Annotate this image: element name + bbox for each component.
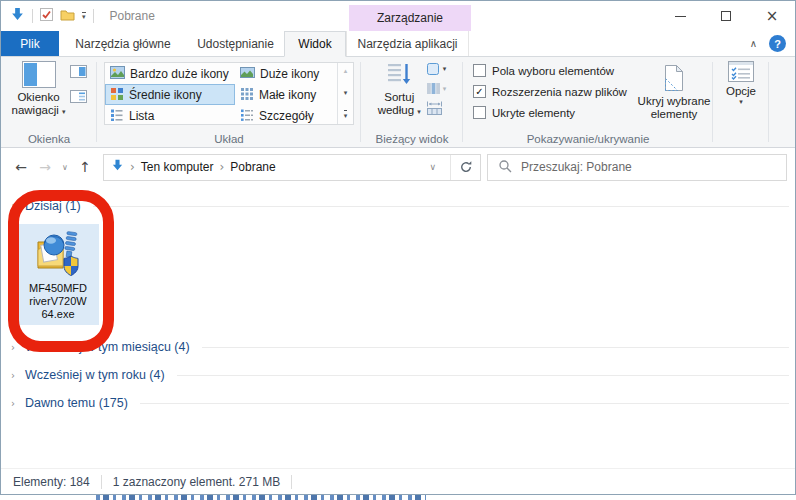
layout-gallery: Bardzo duże ikony Duże ikony Średnie iko…	[104, 62, 354, 125]
group-divider	[93, 206, 789, 207]
recent-locations-caret-icon[interactable]: ∨	[57, 163, 73, 172]
properties-icon[interactable]	[40, 8, 53, 24]
add-columns-button[interactable]: ▾	[426, 82, 447, 95]
forward-button[interactable]: →	[33, 159, 57, 175]
checkbox-unchecked[interactable]	[473, 106, 486, 119]
tab-view-active[interactable]: Widok	[284, 31, 346, 57]
options-label: Opcje	[726, 85, 756, 98]
gallery-more-icon[interactable]: ▾	[344, 110, 348, 120]
tab-share[interactable]: Udostępnianie	[187, 31, 284, 56]
pane-small-buttons	[70, 65, 87, 130]
maximize-button[interactable]	[703, 1, 749, 31]
explorer-window: ▾ Pobrane Zarządzanie × Plik Narzędzia g…	[0, 0, 796, 495]
checkbox-checked[interactable]: ✓	[473, 85, 486, 98]
new-folder-icon[interactable]	[60, 9, 75, 24]
date-group-header-earlier-this-year[interactable]: › Wcześniej w tym roku (4)	[1, 361, 795, 389]
dropdown-caret-icon: ▾	[739, 98, 743, 106]
details-pane-icon[interactable]	[70, 90, 87, 106]
current-view-small-buttons: ▾ ▾	[426, 62, 447, 130]
group-label-panes: Okienka	[1, 133, 97, 145]
checkbox-item-hidden-items[interactable]: Ukryte elementy	[473, 106, 627, 119]
navigation-pane-label-line1: Okienko	[17, 91, 59, 104]
group-collapse-chevron-icon[interactable]: ›	[11, 370, 23, 381]
ribbon-group-layout: Bardzo duże ikony Duże ikony Średnie iko…	[97, 57, 361, 147]
group-label[interactable]: Wcześniej w tym roku (4)	[25, 368, 165, 382]
search-input[interactable]: Przeszukaj: Pobrane	[487, 154, 787, 181]
checkbox-unchecked[interactable]	[473, 64, 486, 77]
downloads-icon	[10, 7, 25, 25]
sort-by-icon	[386, 61, 412, 91]
customize-qat-caret-icon[interactable]: ▾	[82, 12, 86, 20]
view-option-label: Średnie ikony	[129, 88, 202, 102]
status-bar: Elementy: 184 1 zaznaczony element. 271 …	[1, 468, 795, 494]
navigation-pane-label-line2: nawigacji ▾	[11, 104, 65, 119]
group-label[interactable]: Dzisiaj (1)	[25, 199, 81, 213]
gallery-scroll-up-icon[interactable]: ▴	[344, 67, 348, 75]
file-name: MF450MFD riverV720W 64.exe	[29, 282, 87, 321]
refresh-button[interactable]	[450, 155, 480, 180]
address-bar[interactable]: › Ten komputer › Pobrane ∨	[103, 154, 481, 181]
help-icon[interactable]: ?	[769, 35, 786, 52]
size-columns-to-fit-button[interactable]	[426, 101, 447, 118]
view-option-medium-icons[interactable]: Średnie ikony	[105, 84, 235, 105]
breadcrumb-separator-icon: ›	[130, 160, 135, 174]
navigation-pane-button[interactable]: Okienko nawigacji ▾	[11, 57, 65, 130]
checkbox-label: Rozszerzenia nazw plików	[492, 86, 627, 98]
medium-icons-icon	[110, 87, 124, 103]
view-option-details[interactable]: Szczegóły	[235, 105, 337, 126]
minimize-icon	[675, 16, 686, 17]
breadcrumb-this-pc[interactable]: Ten komputer	[141, 160, 214, 174]
group-by-button[interactable]: ▾	[426, 62, 447, 76]
up-button[interactable]: ↑	[73, 159, 97, 175]
date-group-header-long-ago[interactable]: › Dawno temu (175)	[1, 389, 795, 417]
group-divider	[177, 375, 789, 376]
group-label[interactable]: Dawno temu (175)	[25, 396, 128, 410]
preview-pane-icon[interactable]	[70, 65, 87, 81]
group-collapse-chevron-icon[interactable]: ›	[11, 398, 23, 409]
file-item-selected[interactable]: MF450MFD riverV720W 64.exe	[17, 224, 99, 325]
view-option-large-icons[interactable]: Duże ikony	[235, 63, 337, 84]
breadcrumb-downloads[interactable]: Pobrane	[230, 160, 275, 174]
ribbon-group-panes: Okienko nawigacji ▾ Okienka	[1, 57, 97, 147]
date-group-header-today[interactable]: ∨ Dzisiaj (1)	[1, 194, 795, 218]
view-option-extra-large-icons[interactable]: Bardzo duże ikony	[105, 63, 235, 84]
search-placeholder: Przeszukaj: Pobrane	[521, 160, 632, 174]
minimize-button[interactable]	[657, 1, 703, 31]
divider	[93, 9, 94, 23]
tab-application-tools[interactable]: Narzędzia aplikacji	[346, 31, 469, 56]
hide-selected-label-line2: elementy	[651, 108, 698, 121]
hide-selected-items-icon	[663, 64, 685, 95]
collapse-ribbon-icon[interactable]: ∧	[750, 38, 757, 49]
tab-file[interactable]: Plik	[1, 31, 59, 56]
navigation-buttons: ← → ∨ ↑	[9, 159, 97, 175]
checkbox-item-checkboxes[interactable]: Pola wyboru elementów	[473, 64, 627, 77]
view-option-list[interactable]: Lista	[105, 105, 235, 126]
back-button[interactable]: ←	[9, 159, 33, 175]
sort-by-label-line2: według ▾	[378, 104, 421, 119]
group-label[interactable]: Wcześniej w tym miesiącu (4)	[25, 340, 190, 354]
contextual-tab-header: Zarządzanie	[349, 5, 471, 31]
group-divider	[140, 403, 789, 404]
tab-home[interactable]: Narzędzia główne	[59, 31, 187, 56]
view-option-small-icons[interactable]: Małe ikony	[235, 84, 337, 105]
view-option-label: Małe ikony	[259, 88, 316, 102]
view-option-label: Bardzo duże ikony	[130, 67, 229, 81]
sort-by-button[interactable]: Sortuj według ▾	[378, 57, 421, 130]
address-dropdown-caret-icon[interactable]: ∨	[421, 162, 444, 172]
close-button[interactable]: ×	[749, 1, 795, 31]
close-icon: ×	[766, 9, 779, 24]
date-group-header-earlier-this-month[interactable]: › Wcześniej w tym miesiącu (4)	[1, 333, 795, 361]
window-controls: ×	[657, 1, 795, 31]
gallery-scroll-down-icon[interactable]: ▾	[344, 89, 348, 97]
group-collapse-chevron-icon[interactable]: ∨	[11, 201, 23, 212]
group-label-show-hide: Pokazywanie/ukrywanie	[463, 133, 713, 145]
checkbox-item-file-extensions[interactable]: ✓ Rozszerzenia nazw plików	[473, 85, 627, 98]
group-collapse-chevron-icon[interactable]: ›	[11, 342, 23, 353]
dropdown-caret-icon: ▾	[62, 108, 66, 116]
list-view-icon	[110, 108, 124, 124]
installer-exe-icon	[34, 229, 82, 280]
options-button[interactable]: Opcje ▾	[726, 57, 756, 130]
selection-info: 1 zaznaczony element. 271 MB	[113, 475, 280, 489]
large-icons-icon	[240, 67, 255, 81]
items-count: Elementy: 184	[13, 475, 90, 489]
